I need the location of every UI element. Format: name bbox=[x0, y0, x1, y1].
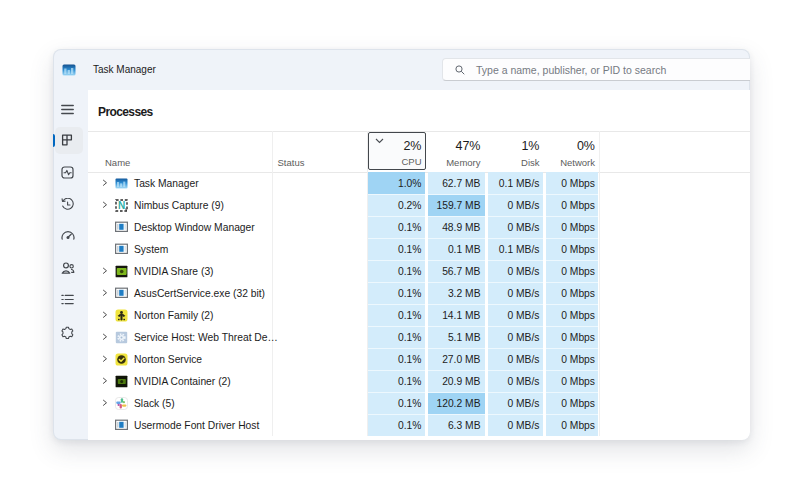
svg-text:N: N bbox=[118, 200, 125, 211]
